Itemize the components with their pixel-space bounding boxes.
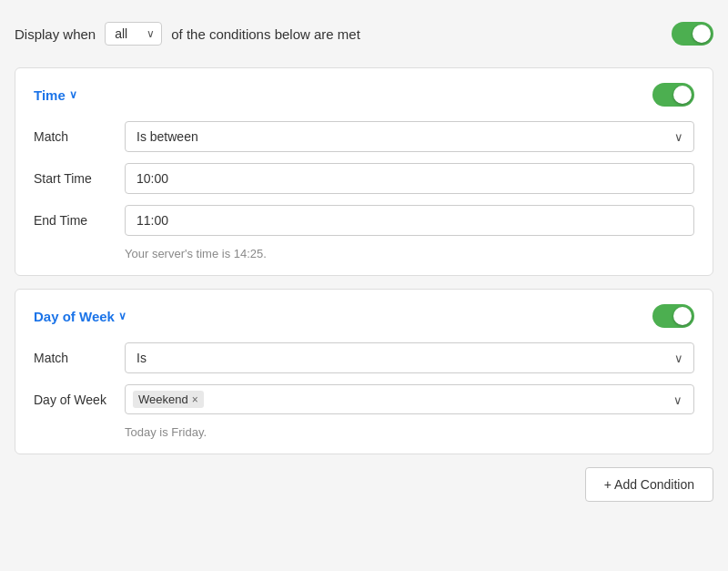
day-of-week-field-label: Day of Week xyxy=(34,393,125,407)
day-of-week-toggle-slider xyxy=(652,304,694,328)
header-bar: Display when all any ∨ of the conditions… xyxy=(15,15,713,53)
operator-select[interactable]: all any xyxy=(105,22,162,46)
day-of-week-card-title[interactable]: Day of Week ∨ xyxy=(34,309,126,324)
start-time-row: Start Time xyxy=(34,163,694,194)
end-time-label: End Time xyxy=(34,213,125,228)
day-of-week-row: Day of Week Weekend × ∨ xyxy=(34,384,694,414)
end-time-input[interactable] xyxy=(125,205,694,236)
time-card-toggle[interactable] xyxy=(652,83,694,107)
day-of-week-card: Day of Week ∨ Match Is Is not ∨ Day of W… xyxy=(15,289,713,454)
time-match-select[interactable]: Is between Is before Is after Is exactly xyxy=(125,121,694,152)
start-time-control xyxy=(125,163,694,194)
time-match-select-wrapper[interactable]: Is between Is before Is after Is exactly… xyxy=(125,121,694,152)
time-card-header: Time ∨ xyxy=(34,83,694,107)
time-card-title-text: Time xyxy=(34,87,66,103)
add-condition-button[interactable]: + Add Condition xyxy=(585,467,713,502)
time-card-title[interactable]: Time ∨ xyxy=(34,87,77,103)
day-match-select-wrapper[interactable]: Is Is not ∨ xyxy=(125,342,694,373)
start-time-label: Start Time xyxy=(34,171,125,186)
time-match-row: Match Is between Is before Is after Is e… xyxy=(34,121,694,152)
time-match-control: Is between Is before Is after Is exactly… xyxy=(125,121,694,152)
time-card-toggle-slider xyxy=(652,83,694,107)
day-of-week-toggle[interactable] xyxy=(652,304,694,328)
day-of-week-title-text: Day of Week xyxy=(34,309,115,324)
day-of-week-tag-select[interactable]: Weekend × ∨ xyxy=(125,384,694,414)
day-of-week-chevron-icon: ∨ xyxy=(118,310,126,322)
day-match-label: Match xyxy=(34,351,125,365)
footer-bar: + Add Condition xyxy=(15,467,713,502)
day-match-control: Is Is not ∨ xyxy=(125,342,694,373)
operator-select-wrapper[interactable]: all any ∨ xyxy=(105,22,162,46)
display-when-label: Display when xyxy=(15,26,96,42)
day-of-week-field-control: Weekend × ∨ xyxy=(125,384,694,414)
after-operator-text: of the conditions below are met xyxy=(171,26,360,42)
weekend-tag: Weekend × xyxy=(133,391,204,408)
time-card-toggle-wrapper[interactable] xyxy=(652,83,694,107)
main-toggle-wrapper[interactable] xyxy=(672,22,713,46)
time-card-chevron-icon: ∨ xyxy=(69,88,77,101)
day-hint-text: Today is Friday. xyxy=(125,425,694,439)
end-time-row: End Time xyxy=(34,205,694,236)
day-of-week-toggle-wrapper[interactable] xyxy=(652,304,694,328)
day-match-row: Match Is Is not ∨ xyxy=(34,342,694,373)
weekend-tag-label: Weekend xyxy=(138,393,188,406)
day-tag-select-arrow-icon: ∨ xyxy=(673,393,682,406)
end-time-control xyxy=(125,205,694,236)
start-time-input[interactable] xyxy=(125,163,694,194)
time-match-label: Match xyxy=(34,129,125,144)
main-toggle[interactable] xyxy=(672,22,713,46)
weekend-tag-remove-icon[interactable]: × xyxy=(192,394,198,405)
day-of-week-card-header: Day of Week ∨ xyxy=(34,304,694,328)
main-toggle-slider xyxy=(672,22,713,46)
time-hint-text: Your server's time is 14:25. xyxy=(125,247,694,260)
day-match-select[interactable]: Is Is not xyxy=(125,342,694,373)
time-card: Time ∨ Match Is between Is before Is aft… xyxy=(15,67,713,276)
